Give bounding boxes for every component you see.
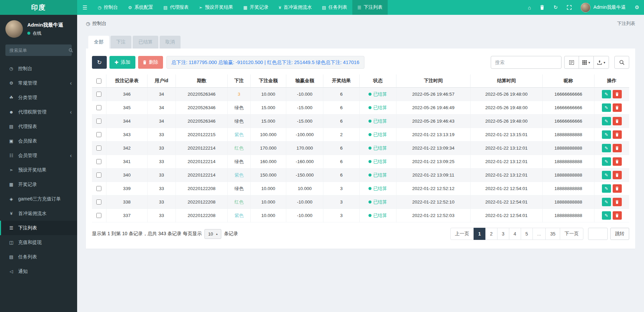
detail-view-button[interactable] — [564, 56, 579, 69]
breadcrumb-dashboard-link[interactable]: ◷ 控制台 — [86, 21, 106, 27]
edit-row-button[interactable]: ✎ — [602, 171, 611, 179]
home-icon[interactable]: ⌂ — [528, 5, 531, 10]
export-button[interactable]: ▾ — [593, 56, 609, 69]
cell-user-id: 33 — [148, 142, 175, 155]
delete-row-button[interactable] — [613, 184, 622, 193]
topnav-item[interactable]: ⚙ 系统配置 — [123, 0, 158, 15]
cell-select — [92, 142, 106, 155]
edit-row-button[interactable]: ✎ — [602, 117, 611, 125]
delete-row-button[interactable] — [613, 103, 622, 112]
topnav-item[interactable]: ◷ 控制台 — [93, 0, 123, 15]
row-checkbox[interactable] — [96, 173, 101, 178]
delete-row-button[interactable] — [613, 198, 622, 206]
trash-icon[interactable] — [540, 5, 544, 10]
search-button[interactable] — [614, 56, 629, 69]
delete-button[interactable]: 删除 — [138, 56, 163, 69]
table-row: 341 33 20220122214 绿色 160.000 -160.000 6… — [92, 155, 629, 168]
page-button[interactable]: 3 — [497, 228, 509, 240]
select-all-checkbox[interactable] — [96, 79, 101, 84]
row-checkbox[interactable] — [96, 119, 101, 124]
edit-row-button[interactable]: ✎ — [602, 103, 611, 112]
table-panel: ↻ ✚ 添加 删除 总下注: 1187795.000 总输赢: -910120.… — [86, 49, 635, 249]
topnav-item[interactable]: ☰ 下注列表 — [352, 0, 388, 15]
topnav-item[interactable]: ▦ 开奖记录 — [238, 0, 273, 15]
page-button[interactable]: 35 — [545, 228, 560, 240]
delete-row-button[interactable] — [613, 157, 622, 166]
cell-record-id: 339 — [106, 182, 148, 195]
cell-select — [92, 155, 106, 168]
refresh-button[interactable]: ↻ — [92, 56, 107, 69]
delete-row-button[interactable] — [613, 171, 622, 179]
sidebar-item[interactable]: ◷ 控制台 ‹ — [0, 61, 77, 76]
cell-bet-amount: 10.000 — [251, 195, 286, 209]
sidebar-item[interactable]: ▤ 任务列表 ‹ — [0, 250, 77, 264]
fullscreen-icon[interactable] — [567, 5, 572, 10]
delete-row-button[interactable] — [613, 130, 622, 139]
topnav-item[interactable]: ▤ 代理报表 — [158, 0, 194, 15]
page-button[interactable]: 上一页 — [450, 228, 474, 240]
gear-icon[interactable]: ⚙ — [635, 4, 639, 10]
cell-actions: ✎ — [594, 195, 629, 209]
user-menu[interactable]: Admin我最牛逼 — [581, 3, 626, 12]
row-checkbox[interactable] — [96, 159, 101, 164]
edit-row-button[interactable]: ✎ — [602, 130, 611, 139]
row-checkbox[interactable] — [96, 186, 101, 191]
page-button[interactable]: 下一页 — [560, 228, 583, 240]
edit-row-button[interactable]: ✎ — [602, 157, 611, 166]
hamburger-menu-icon[interactable]: ☰ — [77, 0, 93, 15]
clear-cache-icon[interactable]: ↻ — [553, 4, 558, 10]
page-button[interactable]: 4 — [509, 228, 521, 240]
edit-row-button[interactable]: ✎ — [602, 144, 611, 152]
edit-row-button[interactable]: ✎ — [602, 90, 611, 98]
page-jump-input[interactable] — [588, 228, 608, 240]
sidebar-item[interactable]: ¥ 首冲返佣流水 ‹ — [0, 206, 77, 221]
delete-row-button[interactable] — [613, 117, 622, 125]
column-header: 结算时间 — [471, 74, 543, 88]
table-search-input[interactable] — [491, 56, 561, 69]
topnav-item[interactable]: ➣ 预设开奖结果 — [194, 0, 238, 15]
row-checkbox[interactable] — [96, 105, 101, 110]
sidebar-item[interactable]: ◫ 充值和提现 ‹ — [0, 235, 77, 250]
tab[interactable]: 已结算 — [133, 36, 158, 49]
search-icon[interactable] — [69, 48, 73, 53]
delete-row-button[interactable] — [613, 144, 622, 152]
delete-row-button[interactable] — [613, 90, 622, 98]
columns-toggle-button[interactable]: ▾ — [579, 56, 594, 69]
sidebar-item[interactable]: ⚙ 常规管理 ‹ — [0, 76, 77, 90]
tab[interactable]: 取消 — [160, 36, 181, 49]
sidebar-search-input[interactable] — [9, 48, 69, 53]
add-button[interactable]: ✚ 添加 — [109, 56, 135, 69]
sidebar-item[interactable]: ▣ 会员报表 ‹ — [0, 134, 77, 148]
page-button[interactable]: 1 — [474, 228, 486, 240]
per-page-select[interactable]: 10 ▴ — [204, 229, 221, 239]
page-button[interactable]: 5 — [521, 228, 533, 240]
row-checkbox[interactable] — [96, 92, 101, 97]
topnav-item[interactable]: ▤ 任务列表 — [317, 0, 352, 15]
sidebar-item[interactable]: ☷ 会员管理 ‹ — [0, 148, 77, 163]
page-button[interactable]: ... — [533, 228, 546, 240]
sidebar-item[interactable]: ☻ 代理权限管理 ‹ — [0, 105, 77, 119]
sidebar-item[interactable]: ◁ 通知 ‹ — [0, 264, 77, 279]
row-checkbox[interactable] — [96, 132, 101, 137]
sidebar-item[interactable]: ➣ 预设开奖结果 ‹ — [0, 163, 77, 177]
page-jump-button[interactable]: 跳转 — [610, 228, 629, 240]
sidebar-item[interactable]: ☘ 分类管理 ‹ — [0, 90, 77, 105]
tab[interactable]: 全部 — [88, 36, 109, 49]
edit-row-button[interactable]: ✎ — [602, 198, 611, 206]
cell-result: 6 — [323, 155, 359, 168]
topnav-item[interactable]: ¥ 首冲返佣流水 — [274, 0, 317, 15]
sidebar-item[interactable]: ☰ 下注列表 ‹ — [0, 221, 77, 235]
row-checkbox[interactable] — [96, 213, 101, 218]
tab[interactable]: 下注 — [110, 36, 131, 49]
edit-row-button[interactable]: ✎ — [602, 211, 611, 220]
row-checkbox[interactable] — [96, 146, 101, 151]
sidebar-item-label: 常规管理 — [18, 80, 66, 86]
sidebar-item[interactable]: ◈ game6三方充值订单 ‹ — [0, 192, 77, 206]
delete-row-button[interactable] — [613, 211, 622, 220]
sidebar-item[interactable]: ▦ 开奖记录 ‹ — [0, 177, 77, 192]
page-button[interactable]: 2 — [485, 228, 497, 240]
cell-win-loss: -10.000 — [286, 195, 324, 209]
edit-row-button[interactable]: ✎ — [602, 184, 611, 193]
sidebar-item[interactable]: ▤ 代理报表 ‹ — [0, 119, 77, 134]
row-checkbox[interactable] — [96, 199, 101, 205]
